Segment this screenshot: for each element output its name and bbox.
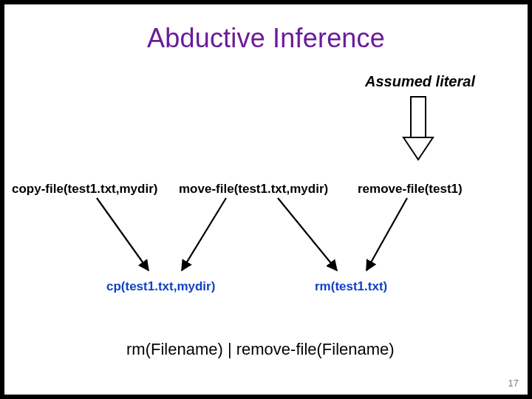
copy-file-label: copy-file(test1.txt,mydir) xyxy=(12,182,157,197)
svg-line-2 xyxy=(97,198,149,270)
connector-arrows xyxy=(4,4,528,395)
svg-line-4 xyxy=(278,198,337,270)
svg-line-3 xyxy=(182,198,226,270)
rule-text: rm(Filename) | remove-file(Filename) xyxy=(126,340,395,359)
svg-rect-0 xyxy=(411,97,426,137)
page-number: 17 xyxy=(508,378,519,389)
big-down-arrow xyxy=(4,4,528,395)
rm-label: rm(test1.txt) xyxy=(315,279,387,294)
move-file-label: move-file(test1.txt,mydir) xyxy=(179,182,328,197)
svg-line-5 xyxy=(366,198,407,270)
cp-label: cp(test1.txt,mydir) xyxy=(106,279,215,294)
slide-title: Abductive Inference xyxy=(4,23,528,54)
remove-file-label: remove-file(test1) xyxy=(358,182,463,197)
assumed-literal-label: Assumed literal xyxy=(365,73,475,90)
slide-frame: Abductive Inference Assumed literal copy… xyxy=(0,0,532,399)
svg-marker-1 xyxy=(403,137,433,160)
